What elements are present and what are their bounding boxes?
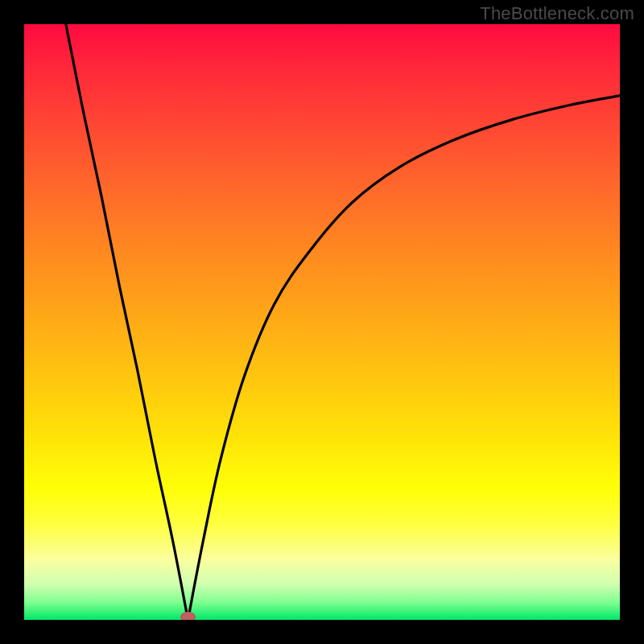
watermark-text: TheBottleneck.com [480,3,634,24]
curve-left-branch [66,24,188,620]
chart-plot-area [24,24,620,620]
curve-right-branch [188,96,621,620]
minimum-marker [181,612,196,620]
chart-curve-layer [24,24,620,620]
